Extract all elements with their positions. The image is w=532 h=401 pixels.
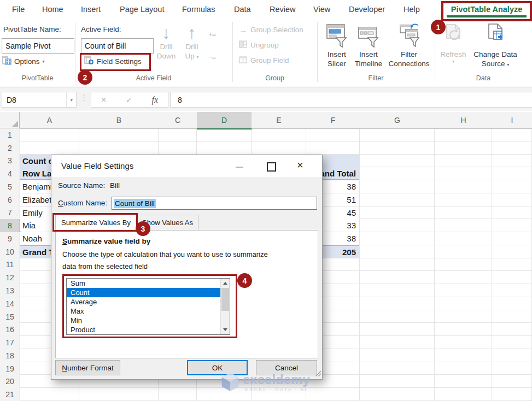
column-header-C[interactable]: C — [159, 112, 197, 129]
custom-name-selected-text: Count of Bill — [114, 199, 156, 208]
group-selection-button[interactable]: → Group Selection — [239, 24, 303, 35]
row-header-13[interactable]: 13 — [0, 284, 20, 298]
excel-window: File Home Insert Page Layout Formulas Da… — [0, 0, 532, 401]
row-header-21[interactable]: 21 — [0, 388, 20, 401]
tab-view[interactable]: View — [313, 0, 330, 19]
row-header-14[interactable]: 14 — [0, 297, 20, 311]
row-header-2[interactable]: 2 — [0, 141, 20, 155]
insert-slicer-button[interactable]: Insert Slicer — [323, 23, 350, 68]
column-header-H[interactable]: H — [435, 112, 493, 129]
watermark-cube-icon — [221, 371, 239, 394]
refresh-icon — [442, 23, 464, 50]
dialog-title: Value Field Settings — [61, 155, 133, 177]
column-header-D[interactable]: D — [197, 112, 252, 129]
custom-name-input[interactable]: Count of Bill — [112, 197, 317, 210]
group-field-button[interactable]: 7 Group Field — [239, 55, 289, 66]
row-header-8[interactable]: 8 — [0, 219, 21, 233]
minimize-icon[interactable] — [236, 167, 243, 168]
column-header-E[interactable]: E — [252, 112, 307, 129]
tab-review[interactable]: Review — [270, 0, 296, 19]
tab-data[interactable]: Data — [234, 0, 251, 19]
filter-connections-button[interactable]: Filter Connections — [384, 23, 434, 68]
row-header-9[interactable]: 9 — [0, 232, 20, 246]
chevron-down-icon: ▾ — [197, 55, 199, 60]
resize-grip-icon[interactable] — [314, 369, 321, 378]
formula-input[interactable]: 8 — [170, 92, 532, 108]
annotation-step-3: 3 — [136, 221, 150, 236]
column-header-B[interactable]: B — [79, 112, 159, 129]
tab-insert[interactable]: Insert — [81, 0, 101, 19]
svg-text:7: 7 — [242, 58, 244, 62]
pivottable-name-input[interactable]: Sample Pivot — [2, 38, 74, 54]
name-box[interactable]: D8 ▾ — [2, 92, 77, 108]
column-header-G[interactable]: G — [360, 112, 435, 129]
number-format-button[interactable]: Number Format — [55, 360, 120, 375]
row-header-15[interactable]: 15 — [0, 310, 20, 324]
insert-slicer-label1: Insert — [328, 50, 346, 59]
dialog-title-bar[interactable]: Value Field Settings × — [51, 155, 322, 177]
column-header-F[interactable]: F — [306, 112, 360, 129]
annotation-box-field-settings — [80, 53, 151, 71]
name-box-dropdown-icon[interactable]: ▾ — [66, 92, 76, 107]
formula-bar-splitter-icon[interactable]: ⋮ — [80, 93, 88, 103]
change-data-source-button[interactable]: Change Data Source ▾ — [468, 23, 523, 69]
arrow-up-icon: ↑ — [188, 23, 196, 42]
row-header-16[interactable]: 16 — [0, 323, 20, 337]
row-header-19[interactable]: 19 — [0, 362, 20, 376]
change-data-source-icon — [484, 23, 506, 50]
row-header-10[interactable]: 10 — [0, 245, 20, 259]
row-header-1[interactable]: 1 — [0, 128, 20, 142]
row-header-20[interactable]: 20 — [0, 375, 20, 388]
row-header-7[interactable]: 7 — [0, 207, 20, 220]
row-header-6[interactable]: 6 — [0, 193, 20, 207]
filter-group-label: Filter — [317, 74, 435, 82]
select-all-corner[interactable] — [0, 112, 20, 128]
insert-function-icon[interactable]: fx — [152, 95, 159, 105]
close-icon[interactable]: × — [297, 159, 303, 172]
collapse-field-icon[interactable]: −≡ — [208, 53, 215, 61]
options-button[interactable]: Options ▾ — [2, 56, 45, 67]
row-header-12[interactable]: 12 — [0, 271, 20, 285]
annotation-box-summarize-tab — [52, 213, 138, 232]
ungroup-button[interactable]: Ungroup — [239, 39, 279, 50]
chevron-down-icon: ▾ — [452, 59, 454, 64]
row-header-4[interactable]: 4 — [0, 167, 20, 181]
annotation-box-listbox — [62, 274, 237, 338]
cancel-entry-icon[interactable]: × — [101, 95, 106, 105]
formula-bar: D8 ▾ ⋮ × ✓ fx 8 — [0, 87, 532, 110]
row-header-17[interactable]: 17 — [0, 336, 20, 350]
tab-developer[interactable]: Developer — [349, 0, 385, 19]
gridline — [359, 128, 360, 401]
column-header-I[interactable]: I — [492, 112, 532, 129]
row-header-11[interactable]: 11 — [0, 258, 20, 272]
change-data-source-label2: Source ▾ — [482, 59, 510, 69]
maximize-icon[interactable] — [267, 162, 276, 172]
row-header-5[interactable]: 5 — [0, 180, 20, 194]
refresh-label: Refresh — [440, 50, 466, 59]
row-header-3[interactable]: 3 — [0, 155, 20, 168]
tab-formulas[interactable]: Formulas — [182, 0, 215, 19]
active-field-label: Active Field: — [81, 25, 121, 33]
active-field-input[interactable]: Count of Bill — [81, 38, 154, 54]
tab-help[interactable]: Help — [404, 0, 420, 19]
filter-connections-icon — [396, 23, 422, 50]
tab-page-layout[interactable]: Page Layout — [120, 0, 164, 19]
ungroup-label: Ungroup — [250, 41, 279, 49]
tab-pivottable-analyze[interactable]: PivotTable Analyze — [441, 1, 532, 21]
arrow-down-icon: ↓ — [162, 23, 171, 42]
drill-down-button[interactable]: ↓ Drill Down — [155, 23, 178, 61]
insert-timeline-button[interactable]: Insert Timeline — [353, 23, 384, 68]
tab-file[interactable]: File — [12, 0, 25, 19]
summarize-section-heading: Summarize value field by — [62, 237, 150, 245]
active-tab-label: PivotTable Analyze — [451, 5, 523, 14]
confirm-entry-icon[interactable]: ✓ — [126, 96, 132, 104]
tab-home[interactable]: Home — [42, 0, 63, 19]
annotation-step-4: 4 — [237, 273, 252, 288]
value-field-settings-dialog: Value Field Settings × Source Name: Bill… — [51, 155, 323, 380]
group-separator — [317, 22, 318, 82]
row-header-18[interactable]: 18 — [0, 349, 20, 363]
drill-up-button[interactable]: ↑ Drill Up ▾ — [180, 23, 203, 62]
insert-slicer-icon — [325, 23, 348, 50]
column-header-A[interactable]: A — [20, 112, 80, 129]
expand-field-icon[interactable]: +≡ — [208, 30, 215, 38]
